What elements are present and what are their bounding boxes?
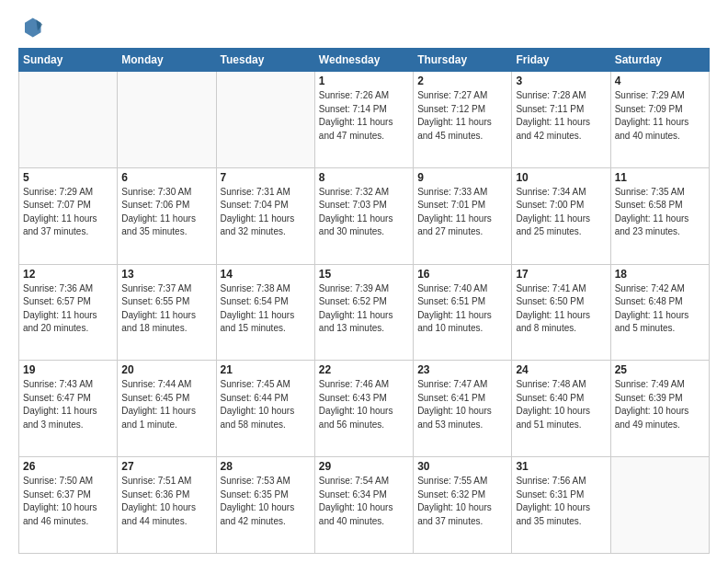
day-number: 31 [516,460,606,473]
day-number: 28 [221,460,311,473]
day-number: 18 [615,268,705,281]
day-detail: Sunrise: 7:34 AM Sunset: 7:00 PM Dayligh… [516,186,606,239]
day-number: 15 [319,268,409,281]
day-detail: Sunrise: 7:46 AM Sunset: 6:43 PM Dayligh… [319,378,409,431]
day-detail: Sunrise: 7:42 AM Sunset: 6:48 PM Dayligh… [615,282,705,336]
day-detail: Sunrise: 7:49 AM Sunset: 6:39 PM Dayligh… [615,378,705,431]
calendar-cell-4-5: 31Sunrise: 7:56 AM Sunset: 6:31 PM Dayli… [512,457,610,554]
day-number: 26 [23,460,113,473]
weekday-sunday: Sunday [19,49,118,72]
day-detail: Sunrise: 7:26 AM Sunset: 7:14 PM Dayligh… [319,89,409,143]
calendar-cell-0-5: 3Sunrise: 7:28 AM Sunset: 7:11 PM Daylig… [512,72,610,168]
calendar-cell-3-0: 19Sunrise: 7:43 AM Sunset: 6:47 PM Dayli… [19,361,118,457]
calendar-cell-2-3: 15Sunrise: 7:39 AM Sunset: 6:52 PM Dayli… [314,264,413,361]
calendar-cell-0-0 [19,72,118,168]
calendar-cell-3-6: 25Sunrise: 7:49 AM Sunset: 6:39 PM Dayli… [610,361,709,457]
calendar-cell-0-2 [216,72,314,168]
day-detail: Sunrise: 7:33 AM Sunset: 7:01 PM Dayligh… [417,186,507,239]
weekday-saturday: Saturday [610,49,709,72]
calendar-cell-2-0: 12Sunrise: 7:36 AM Sunset: 6:57 PM Dayli… [19,264,118,361]
day-number: 21 [221,363,311,376]
calendar-cell-1-6: 11Sunrise: 7:35 AM Sunset: 6:58 PM Dayli… [610,167,709,264]
day-number: 5 [23,171,113,184]
calendar-cell-4-1: 27Sunrise: 7:51 AM Sunset: 6:36 PM Dayli… [118,457,216,554]
day-number: 29 [319,460,409,473]
day-detail: Sunrise: 7:41 AM Sunset: 6:50 PM Dayligh… [516,282,606,336]
weekday-thursday: Thursday [414,49,512,72]
weekday-friday: Friday [512,49,610,72]
day-number: 9 [417,171,507,184]
day-detail: Sunrise: 7:51 AM Sunset: 6:36 PM Dayligh… [121,475,211,528]
day-detail: Sunrise: 7:39 AM Sunset: 6:52 PM Dayligh… [319,282,409,336]
day-number: 1 [319,75,409,87]
calendar-cell-1-3: 8Sunrise: 7:32 AM Sunset: 7:03 PM Daylig… [314,167,413,264]
day-detail: Sunrise: 7:40 AM Sunset: 6:51 PM Dayligh… [417,282,507,336]
calendar-cell-4-2: 28Sunrise: 7:53 AM Sunset: 6:35 PM Dayli… [216,457,314,554]
day-number: 17 [516,268,606,281]
day-detail: Sunrise: 7:47 AM Sunset: 6:41 PM Dayligh… [417,378,507,431]
day-detail: Sunrise: 7:38 AM Sunset: 6:54 PM Dayligh… [221,282,311,336]
calendar-cell-4-3: 29Sunrise: 7:54 AM Sunset: 6:34 PM Dayli… [314,457,413,554]
calendar-row-1: 5Sunrise: 7:29 AM Sunset: 7:07 PM Daylig… [19,167,710,264]
day-number: 11 [615,171,705,184]
day-detail: Sunrise: 7:29 AM Sunset: 7:07 PM Dayligh… [23,186,113,239]
logo [18,15,48,40]
day-detail: Sunrise: 7:35 AM Sunset: 6:58 PM Dayligh… [615,186,705,239]
calendar-cell-2-4: 16Sunrise: 7:40 AM Sunset: 6:51 PM Dayli… [414,264,512,361]
calendar-cell-0-6: 4Sunrise: 7:29 AM Sunset: 7:09 PM Daylig… [610,72,709,168]
day-detail: Sunrise: 7:32 AM Sunset: 7:03 PM Dayligh… [319,186,409,239]
day-number: 20 [121,363,211,376]
day-number: 4 [615,75,705,87]
calendar-cell-0-1 [118,72,216,168]
day-detail: Sunrise: 7:30 AM Sunset: 7:06 PM Dayligh… [121,186,211,239]
calendar-cell-4-4: 30Sunrise: 7:55 AM Sunset: 6:32 PM Dayli… [414,457,512,554]
calendar-cell-1-2: 7Sunrise: 7:31 AM Sunset: 7:04 PM Daylig… [216,167,314,264]
calendar-row-4: 26Sunrise: 7:50 AM Sunset: 6:37 PM Dayli… [19,457,710,554]
calendar-cell-1-1: 6Sunrise: 7:30 AM Sunset: 7:06 PM Daylig… [118,167,216,264]
day-number: 7 [221,171,311,184]
day-detail: Sunrise: 7:31 AM Sunset: 7:04 PM Dayligh… [221,186,311,239]
day-number: 13 [121,268,211,281]
calendar-cell-2-5: 17Sunrise: 7:41 AM Sunset: 6:50 PM Dayli… [512,264,610,361]
calendar-cell-2-1: 13Sunrise: 7:37 AM Sunset: 6:55 PM Dayli… [118,264,216,361]
day-number: 27 [121,460,211,473]
day-number: 23 [417,363,507,376]
day-number: 3 [516,75,606,87]
calendar-cell-2-6: 18Sunrise: 7:42 AM Sunset: 6:48 PM Dayli… [610,264,709,361]
weekday-header-row: SundayMondayTuesdayWednesdayThursdayFrid… [19,49,710,72]
day-number: 14 [221,268,311,281]
calendar-table: SundayMondayTuesdayWednesdayThursdayFrid… [18,48,710,554]
day-number: 8 [319,171,409,184]
calendar-cell-3-1: 20Sunrise: 7:44 AM Sunset: 6:45 PM Dayli… [118,361,216,457]
calendar-cell-3-4: 23Sunrise: 7:47 AM Sunset: 6:41 PM Dayli… [414,361,512,457]
calendar-cell-3-3: 22Sunrise: 7:46 AM Sunset: 6:43 PM Dayli… [314,361,413,457]
calendar-cell-1-4: 9Sunrise: 7:33 AM Sunset: 7:01 PM Daylig… [414,167,512,264]
day-detail: Sunrise: 7:56 AM Sunset: 6:31 PM Dayligh… [516,475,606,528]
calendar-cell-2-2: 14Sunrise: 7:38 AM Sunset: 6:54 PM Dayli… [216,264,314,361]
day-number: 19 [23,363,113,376]
day-number: 25 [615,363,705,376]
calendar-row-0: 1Sunrise: 7:26 AM Sunset: 7:14 PM Daylig… [19,72,710,168]
logo-icon [18,15,44,40]
header [18,15,710,40]
day-detail: Sunrise: 7:36 AM Sunset: 6:57 PM Dayligh… [23,282,113,336]
weekday-wednesday: Wednesday [314,49,413,72]
calendar-cell-0-4: 2Sunrise: 7:27 AM Sunset: 7:12 PM Daylig… [414,72,512,168]
calendar-row-2: 12Sunrise: 7:36 AM Sunset: 6:57 PM Dayli… [19,264,710,361]
calendar-row-3: 19Sunrise: 7:43 AM Sunset: 6:47 PM Dayli… [19,361,710,457]
day-detail: Sunrise: 7:29 AM Sunset: 7:09 PM Dayligh… [615,89,705,143]
day-number: 24 [516,363,606,376]
calendar-cell-3-2: 21Sunrise: 7:45 AM Sunset: 6:44 PM Dayli… [216,361,314,457]
day-number: 6 [121,171,211,184]
calendar-cell-4-6 [610,457,709,554]
day-number: 2 [417,75,507,87]
day-detail: Sunrise: 7:43 AM Sunset: 6:47 PM Dayligh… [23,378,113,431]
day-detail: Sunrise: 7:48 AM Sunset: 6:40 PM Dayligh… [516,378,606,431]
page: SundayMondayTuesdayWednesdayThursdayFrid… [0,0,728,563]
weekday-monday: Monday [118,49,216,72]
day-detail: Sunrise: 7:50 AM Sunset: 6:37 PM Dayligh… [23,475,113,528]
day-detail: Sunrise: 7:27 AM Sunset: 7:12 PM Dayligh… [417,89,507,143]
calendar-cell-1-5: 10Sunrise: 7:34 AM Sunset: 7:00 PM Dayli… [512,167,610,264]
calendar-cell-1-0: 5Sunrise: 7:29 AM Sunset: 7:07 PM Daylig… [19,167,118,264]
day-number: 22 [319,363,409,376]
